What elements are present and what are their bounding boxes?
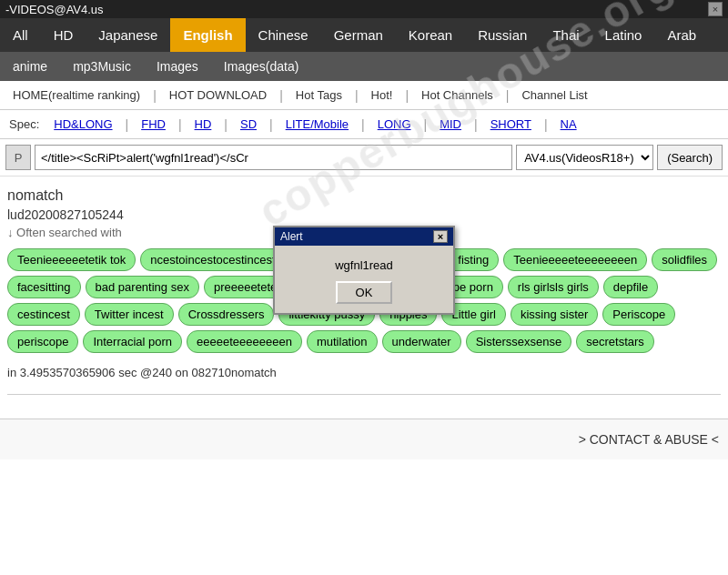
spec-item-short[interactable]: SHORT <box>483 114 539 135</box>
tag[interactable]: ncestoincestocestincest <box>140 248 285 271</box>
lud-text: lud20200827105244 <box>7 206 721 224</box>
spec-item-hdlong[interactable]: HD&LONG <box>46 114 119 135</box>
tag[interactable]: cestincest <box>7 303 80 326</box>
nomatch-text: nomatch <box>7 182 721 206</box>
window-close-button[interactable]: × <box>708 2 723 16</box>
nav-sep: | <box>504 88 511 103</box>
tag[interactable]: depfile <box>603 276 658 298</box>
alert-dialog: Alert × wgfnl1read OK <box>273 226 455 315</box>
tag[interactable]: facesitting <box>7 276 81 298</box>
tag[interactable]: rls girlsls girls <box>508 276 599 298</box>
nav-top-item-arab[interactable]: Arab <box>654 18 709 52</box>
spec-item-litemobile[interactable]: LITE/Mobile <box>278 114 356 135</box>
spec-sep: | <box>542 117 550 132</box>
footer: > CONTACT & ABUSE < <box>0 419 728 459</box>
spec-sep: | <box>472 117 480 132</box>
spec-item-mid[interactable]: MID <box>432 114 469 135</box>
tag[interactable]: Periscope <box>602 303 675 326</box>
nav-top-item-german[interactable]: German <box>321 18 396 52</box>
nav-second-item-mp3music[interactable]: mp3Music <box>60 52 144 81</box>
nav-sep: | <box>151 88 158 103</box>
tag[interactable]: solidfiles <box>652 248 717 271</box>
nav-sep: | <box>353 88 360 103</box>
nav-third-item[interactable]: Hot Tags <box>288 85 349 106</box>
alert-close-button[interactable]: × <box>433 230 448 243</box>
nav-third-item[interactable]: HOT DOWNLOAD <box>162 85 274 106</box>
tag[interactable]: kissing sister <box>511 303 598 326</box>
search-select[interactable]: AV4.us(VideosR18+) <box>516 145 653 170</box>
nav-top-item-english[interactable]: English <box>170 18 245 52</box>
tag[interactable]: eeeeeteeeeeeeen <box>187 330 302 353</box>
tag[interactable]: bad parenting sex <box>86 276 199 298</box>
spec-sep: | <box>222 117 229 132</box>
spec-sep: | <box>177 117 184 132</box>
nav-sep: | <box>278 88 285 103</box>
nav-top-item-japanese[interactable]: Japanese <box>86 18 170 52</box>
spec-item-long[interactable]: LONG <box>370 114 419 135</box>
nav-third-item[interactable]: Hot Channels <box>414 85 500 106</box>
nav-top-item-russian[interactable]: Russian <box>465 18 540 52</box>
nav-second-item-anime[interactable]: anime <box>0 52 60 81</box>
tag[interactable]: Interracial porn <box>83 330 182 353</box>
spec-sep: | <box>422 117 430 132</box>
alert-title: Alert <box>280 230 303 243</box>
spec-item-hd[interactable]: HD <box>187 114 219 135</box>
search-button[interactable]: (Search) <box>657 145 723 170</box>
nav-second: animemp3MusicImagesImages(data) <box>0 52 728 81</box>
spec-sep: | <box>359 117 367 132</box>
tag[interactable]: Twitter incest <box>85 303 174 326</box>
tag[interactable]: mutilation <box>307 330 378 353</box>
nav-second-item-imagesdata[interactable]: Images(data) <box>211 52 311 81</box>
search-bar: P AV4.us(VideosR18+) (Search) <box>0 139 728 177</box>
alert-titlebar: Alert × <box>275 227 453 246</box>
nav-top-item-korean[interactable]: Korean <box>396 18 465 52</box>
nav-sep: | <box>403 88 410 103</box>
spec-item-na[interactable]: NA <box>553 114 584 135</box>
spec-item-fhd[interactable]: FHD <box>134 114 173 135</box>
nav-top-item-thai[interactable]: Thai <box>540 18 592 52</box>
alert-message: wgfnl1read <box>284 258 444 272</box>
nav-top-item-latino[interactable]: Latino <box>592 18 655 52</box>
spec-label: Spec: <box>5 114 43 135</box>
window-title: -VIDEOS@AV4.us <box>5 3 104 16</box>
tag[interactable]: periscope <box>7 330 78 353</box>
nav-top-item-hd[interactable]: HD <box>41 18 86 52</box>
tag[interactable]: secretstars <box>576 330 654 353</box>
contact-link[interactable]: > CONTACT & ABUSE < <box>579 432 719 447</box>
nav-third: HOME(realtime ranking)|HOT DOWNLOAD|Hot … <box>0 81 728 110</box>
search-icon-box[interactable]: P <box>5 145 31 170</box>
nav-third-item[interactable]: Hot! <box>364 85 400 106</box>
nav-top: AllHDJapaneseEnglishChineseGermanKoreanR… <box>0 18 728 52</box>
search-input[interactable] <box>35 145 512 170</box>
nav-top-item-chinese[interactable]: Chinese <box>246 18 321 52</box>
spec-sep: | <box>268 117 275 132</box>
nav-third-item[interactable]: Channel List <box>514 85 594 106</box>
alert-body: wgfnl1read OK <box>275 246 453 313</box>
timing-text: in 3.4953570365906 sec @240 on 082710nom… <box>7 357 721 385</box>
nav-second-item-images[interactable]: Images <box>144 52 211 81</box>
title-bar: -VIDEOS@AV4.us × <box>0 0 728 18</box>
nav-top-item-all[interactable]: All <box>0 18 41 52</box>
spec-sep: | <box>124 117 131 132</box>
tag[interactable]: Teenieeeeeteeeeeeeen <box>503 248 647 271</box>
tag[interactable]: Sisterssexsense <box>466 330 572 353</box>
spec-item-sd[interactable]: SD <box>233 114 264 135</box>
nav-third-item[interactable]: HOME(realtime ranking) <box>5 85 147 106</box>
tag[interactable]: Crossdressers <box>178 303 275 326</box>
tag[interactable]: Teenieeeeeetetik tok <box>7 248 136 271</box>
alert-ok-button[interactable]: OK <box>336 281 393 304</box>
tag[interactable]: underwater <box>382 330 461 353</box>
nav-fourth: Spec: HD&LONG|FHD|HD|SD|LITE/Mobile|LONG… <box>0 110 728 139</box>
footer-line <box>7 394 721 413</box>
